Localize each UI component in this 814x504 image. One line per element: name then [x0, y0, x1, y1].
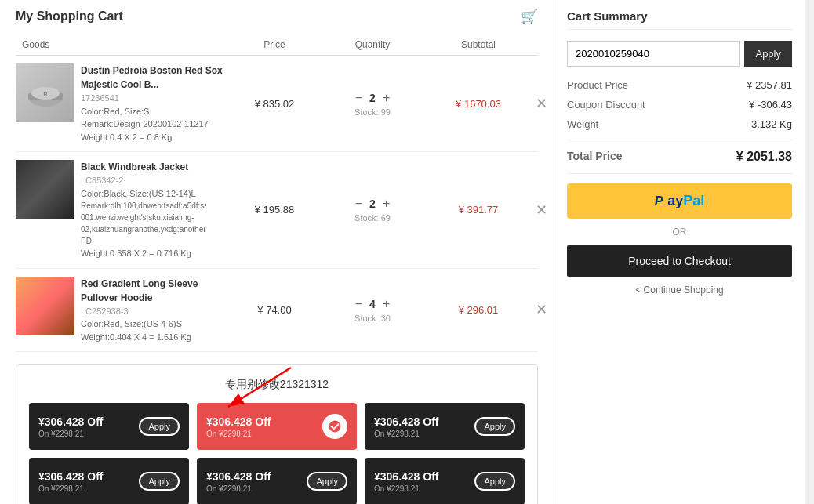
total-label: Total Price [567, 150, 623, 164]
coupon-apply-btn[interactable]: Apply [139, 472, 180, 491]
remove-btn[interactable]: ✕ [525, 95, 554, 112]
coupon-min: On ¥2298.21 [374, 484, 439, 493]
svg-point-5 [329, 420, 341, 433]
qty-decrease-btn[interactable]: − [353, 91, 365, 105]
summary-divider [567, 140, 792, 140]
item-name: Black Windbreak Jacket [81, 160, 206, 174]
weight-row: Weight 3.132 Kg [567, 118, 792, 130]
qty-value: 2 [369, 198, 376, 210]
item-qty-col: − 4 + Stock: 30 [314, 297, 431, 323]
coupon-info: ¥306.428 Off On ¥2298.21 [374, 470, 439, 493]
stock-text: Stock: 99 [354, 107, 391, 117]
coupon-amount: ¥306.428 Off [206, 415, 271, 428]
item-price: ¥ 74.00 [235, 304, 314, 316]
coupon-amount: ¥306.428 Off [206, 470, 271, 483]
header-quantity: Quantity [314, 39, 431, 50]
or-divider: OR [567, 227, 792, 237]
coupon-card: ¥306.428 Off On ¥2298.21 Apply [29, 458, 189, 504]
item-qty-col: − 2 + Stock: 99 [314, 91, 431, 117]
cart-table-header: Goods Price Quantity Subtotal [16, 34, 538, 56]
stock-text: Stock: 69 [354, 213, 391, 223]
coupon-min: On ¥2298.21 [38, 430, 104, 438]
weight-label: Weight [567, 118, 598, 130]
coupon-section: 专用别修改21321312 ¥306.428 Off On ¥2298.21 [16, 364, 538, 504]
qty-value: 4 [369, 298, 376, 310]
coupon-card: ¥306.428 Off On ¥2298.21 Apply [365, 403, 525, 450]
item-name: Dustin Pedroia Boston Red Sox Majestic C… [81, 63, 235, 92]
remove-btn[interactable]: ✕ [525, 301, 554, 318]
item-remark: Remark:Design-20200102-11217 [81, 118, 235, 131]
item-qty-col: − 2 + Stock: 69 [314, 197, 431, 223]
total-row: Total Price ¥ 2051.38 [567, 150, 792, 164]
item-image [16, 277, 74, 335]
coupon-amount: ¥306.428 Off [374, 470, 439, 483]
item-color: Color:Red, Size:(US 4-6)S [81, 317, 235, 331]
qty-decrease-btn[interactable]: − [353, 197, 365, 211]
table-row: Red Gradient Long Sleeve Pullover Hoodie… [16, 269, 538, 353]
coupon-min: On ¥2298.21 [206, 484, 271, 493]
coupon-card: ¥306.428 Off On ¥2298.21 Apply [365, 458, 525, 504]
paypal-p-icon: P [655, 194, 663, 208]
scrollbar[interactable] [805, 0, 814, 504]
coupon-input-row: Apply [567, 41, 792, 67]
cart-summary-sidebar: Cart Summary Apply Product Price ¥ 2357.… [554, 0, 805, 504]
summary-divider2 [567, 173, 792, 174]
qty-increase-btn[interactable]: + [380, 91, 392, 105]
coupon-apply-btn[interactable]: Apply [307, 472, 347, 491]
product-price-label: Product Price [567, 79, 628, 91]
header-subtotal: Subtotal [431, 39, 525, 50]
item-info: Black Windbreak Jacket LC85342-2 Color:B… [16, 160, 235, 260]
coupon-info: ¥306.428 Off On ¥2298.21 [38, 470, 104, 493]
table-row: Black Windbreak Jacket LC85342-2 Color:B… [16, 152, 538, 269]
coupon-apply-btn[interactable]: Apply [474, 417, 515, 436]
item-details: Black Windbreak Jacket LC85342-2 Color:B… [81, 160, 206, 260]
header-price: Price [235, 39, 314, 50]
item-color: Color:Black, Size:(US 12-14)L [81, 187, 206, 201]
coupon-info: ¥306.428 Off On ¥2298.21 [374, 415, 439, 438]
cart-icon: 🛒 [521, 8, 538, 25]
coupon-card: ¥306.428 Off On ¥2298.21 Apply [197, 458, 357, 504]
continue-shopping-link[interactable]: < Continue Shopping [567, 285, 792, 296]
proceed-checkout-btn[interactable]: Proceed to Checkout [567, 245, 792, 277]
item-details: Dustin Pedroia Boston Red Sox Majestic C… [81, 63, 235, 143]
item-subtotal: ¥ 391.77 [431, 204, 525, 216]
coupon-amount: ¥306.428 Off [374, 415, 439, 428]
product-price-value: ¥ 2357.81 [747, 79, 792, 91]
paypal-btn[interactable]: P ayPal [567, 183, 792, 219]
coupon-min: On ¥2298.21 [206, 430, 271, 438]
stock-text: Stock: 30 [354, 314, 391, 323]
qty-increase-btn[interactable]: + [380, 197, 392, 211]
coupon-code-input[interactable] [567, 41, 740, 67]
page-title: My Shopping Cart [16, 9, 123, 24]
paypal-logo: ayPal [667, 193, 704, 209]
qty-decrease-btn[interactable]: − [353, 297, 365, 311]
product-price-row: Product Price ¥ 2357.81 [567, 79, 792, 91]
coupon-info: ¥306.428 Off On ¥2298.21 [206, 415, 271, 438]
coupon-section-title: 专用别修改21321312 [29, 378, 525, 392]
item-weight: Weight:0.358 X 2 = 0.716 Kg [81, 247, 206, 260]
item-details: Red Gradient Long Sleeve Pullover Hoodie… [81, 277, 235, 344]
page-title-bar: My Shopping Cart 🛒 [16, 8, 538, 25]
remove-btn[interactable]: ✕ [525, 201, 554, 219]
coupon-card-selected: ¥306.428 Off On ¥2298.21 [197, 403, 357, 450]
discount-value: ¥ -306.43 [749, 99, 792, 111]
coupon-apply-btn[interactable]: Apply [474, 472, 515, 491]
item-name: Red Gradient Long Sleeve Pullover Hoodie [81, 277, 235, 305]
qty-increase-btn[interactable]: + [380, 297, 392, 311]
coupon-min: On ¥2298.21 [374, 430, 439, 438]
item-color: Color:Red, Size:S [81, 105, 235, 118]
coupon-card: ¥306.428 Off On ¥2298.21 Apply [29, 403, 189, 450]
discount-label: Coupon Discount [567, 99, 645, 111]
weight-value: 3.132 Kg [751, 118, 792, 130]
coupon-amount: ¥306.428 Off [38, 470, 104, 483]
item-remark: Remark:dlh:100,dhweb:fsadf:a5df:sa5df:tp… [81, 200, 206, 247]
coupon-apply-btn[interactable]: Apply [139, 417, 180, 436]
header-action [525, 39, 554, 50]
coupon-code-apply-btn[interactable]: Apply [744, 41, 792, 67]
item-price: ¥ 835.02 [235, 98, 314, 110]
coupon-info: ¥306.428 Off On ¥2298.21 [206, 470, 271, 493]
item-info: B Dustin Pedroia Boston Red Sox Majestic… [16, 63, 235, 143]
discount-row: Coupon Discount ¥ -306.43 [567, 99, 792, 111]
item-subtotal: ¥ 1670.03 [431, 98, 525, 110]
item-weight: Weight:0.4 X 2 = 0.8 Kg [81, 131, 235, 144]
